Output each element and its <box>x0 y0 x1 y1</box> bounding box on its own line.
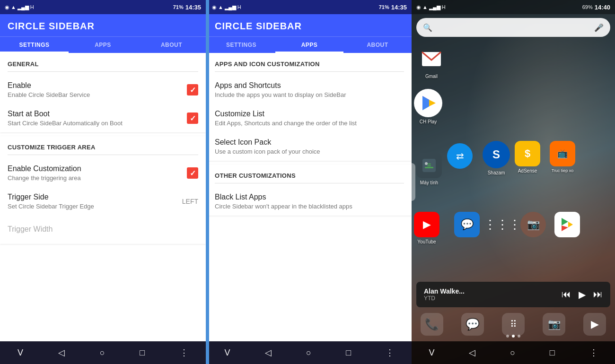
home-apps-area: Gmail CH Play = <box>412 42 615 307</box>
circle-sidebar-handle[interactable] <box>412 163 415 201</box>
dock-play[interactable]: ▶ <box>583 313 606 336</box>
enable-setting[interactable]: Enable Enable Circle SideBar Service <box>0 76 206 104</box>
dock-apps[interactable]: ⠿ <box>502 313 525 336</box>
enable-label: Enable <box>8 81 187 90</box>
chplay-app[interactable]: CH Play <box>414 89 442 124</box>
nav-home-1[interactable]: ○ <box>92 344 113 362</box>
tabs-1: SETTINGS APPS ABOUT <box>0 36 206 53</box>
enable-checkbox[interactable] <box>187 84 198 95</box>
music-controls: ⏮ ▶ ⏭ <box>562 289 603 300</box>
calculator-label: Máy tính <box>420 180 438 185</box>
prev-button[interactable]: ⏮ <box>562 289 571 300</box>
nav-voice-1[interactable]: V <box>10 344 31 362</box>
shazam-app[interactable]: S Shazam <box>483 141 510 175</box>
icon-pack-setting[interactable]: Select Icon Pack Use a custom icon pack … <box>207 132 412 161</box>
nav-back-2[interactable]: ◁ <box>257 344 279 362</box>
calculator-app[interactable]: = Máy tính <box>416 153 442 185</box>
icon-pack-text: Select Icon Pack Use a custom icon pack … <box>215 138 404 155</box>
nav-recent-2[interactable]: □ <box>338 344 359 362</box>
adsense-app[interactable]: $ AdSense <box>515 141 540 173</box>
enable-customization-checkbox[interactable] <box>187 167 198 179</box>
home-nav-voice[interactable]: V <box>421 344 442 362</box>
trigger-section: CUSTOMIZE TRIGGER AREA Enable Customizat… <box>0 136 206 244</box>
blacklist-apps-setting[interactable]: Black List Apps Circle Sidebar won't app… <box>207 187 412 216</box>
app-drawer[interactable]: ⋮⋮⋮ <box>490 212 515 237</box>
start-at-boot-checkbox[interactable] <box>187 113 198 124</box>
dock-camera[interactable]: 📷 <box>543 313 565 336</box>
start-at-boot-label: Start at Boot <box>8 110 187 118</box>
apps-shortcuts-text: Apps and Shortcuts Include the apps you … <box>215 81 404 98</box>
svg-marker-11 <box>568 222 573 227</box>
nav-home-2[interactable]: ○ <box>299 344 319 362</box>
trigger-side-text: Trigger Side Set Circle Sidebar Trigger … <box>8 193 182 210</box>
tab-apps-1[interactable]: APPS <box>69 37 137 53</box>
music-title: Alan Walke... <box>424 287 562 295</box>
search-icon: 🔍 <box>423 23 432 32</box>
nav-menu-2[interactable]: ⋮ <box>378 344 402 362</box>
apps-shortcuts-label: Apps and Shortcuts <box>215 81 404 90</box>
tructep-app[interactable]: 📺 Truc tiep xo <box>550 141 575 173</box>
start-at-boot-setting[interactable]: Start at Boot Start Circle SideBar Autom… <box>0 104 206 132</box>
panel-home: ◉ ▲ ▂▄▆ H 69% 14:40 🔍 🎤 Gmail <box>412 0 615 364</box>
divider-trigger <box>8 155 198 155</box>
playstore-app[interactable] <box>554 212 580 237</box>
customize-list-sublabel: Edit Apps, Shortcuts and change the orde… <box>215 120 404 127</box>
next-button[interactable]: ⏭ <box>593 289 603 300</box>
apps-shortcuts-sublabel: Include the apps you want to display on … <box>215 91 404 98</box>
nav-back-1[interactable]: ◁ <box>51 344 72 362</box>
enable-sublabel: Enable Circle SideBar Service <box>8 91 187 98</box>
camera-app[interactable]: 📷 <box>520 212 546 237</box>
tab-about-2[interactable]: ABOUT <box>343 37 412 53</box>
trigger-side-setting[interactable]: Trigger Side Set Circle Sidebar Trigger … <box>0 187 206 216</box>
enable-customization-label: Enable Customization <box>8 165 187 173</box>
enable-customization-sublabel: Change the triggering area <box>8 174 187 182</box>
status-bar-2: ◉ ▲ ▂▄▆ H 71% 14:35 <box>207 0 412 14</box>
trigger-side-sublabel: Set Circle Sidebar Trigger Edge <box>8 203 182 210</box>
home-search-bar[interactable]: 🔍 🎤 <box>416 18 610 37</box>
home-nav-home[interactable]: ○ <box>502 344 523 362</box>
svg-marker-12 <box>562 225 568 231</box>
blacklist-apps-label: Black List Apps <box>215 193 404 201</box>
music-info: Alan Walke... YTD <box>424 287 562 302</box>
apps-shortcuts-setting[interactable]: Apps and Shortcuts Include the apps you … <box>207 76 412 104</box>
mic-icon[interactable]: 🎤 <box>594 23 604 32</box>
tab-apps-2[interactable]: APPS <box>275 37 343 53</box>
icon-pack-label: Select Icon Pack <box>215 138 404 147</box>
status-icons-left-1: ◉ ▲ ▂▄▆ H <box>5 4 34 10</box>
apps-icon-header: APPS AND ICON CUSTOMIZATION <box>207 53 412 71</box>
start-at-boot-text: Start at Boot Start Circle SideBar Autom… <box>8 110 187 127</box>
dock-messages[interactable]: 💬 <box>461 313 484 336</box>
teamviewer-app[interactable]: ⇄ <box>447 143 473 171</box>
gmail-app[interactable]: Gmail <box>419 46 444 79</box>
youtube-app[interactable]: ▶ YouTube <box>414 212 439 244</box>
enable-customization-setting[interactable]: Enable Customization Change the triggeri… <box>0 159 206 187</box>
app-title-2: CIRCLE SIDEBAR <box>215 21 404 32</box>
play-button[interactable]: ▶ <box>579 289 586 300</box>
app-bar-2: CIRCLE SIDEBAR <box>207 14 412 36</box>
bottom-nav-1: V ◁ ○ □ ⋮ <box>0 341 206 364</box>
messages-app[interactable]: 💬 <box>454 212 480 237</box>
status-icons-right-2: 71% 14:35 <box>379 4 407 11</box>
tabs-2: SETTINGS APPS ABOUT <box>207 36 412 53</box>
nav-recent-1[interactable]: □ <box>132 344 152 362</box>
home-nav-menu[interactable]: ⋮ <box>582 344 606 362</box>
nav-menu-1[interactable]: ⋮ <box>172 344 196 362</box>
settings-content: GENERAL Enable Enable Circle SideBar Ser… <box>0 53 206 341</box>
panel-apps: ◉ ▲ ▂▄▆ H 71% 14:35 CIRCLE SIDEBAR SETTI… <box>206 0 412 364</box>
music-player: Alan Walke... YTD ⏮ ▶ ⏭ <box>416 282 610 307</box>
nav-voice-2[interactable]: V <box>217 344 238 362</box>
general-section: GENERAL Enable Enable Circle SideBar Ser… <box>0 53 206 132</box>
tab-settings-1[interactable]: SETTINGS <box>0 37 69 53</box>
home-nav-back[interactable]: ◁ <box>461 344 483 362</box>
svg-marker-10 <box>562 218 568 225</box>
status-icons-left-2: ◉ ▲ ▂▄▆ H <box>212 4 241 10</box>
customize-list-setting[interactable]: Customize List Edit Apps, Shortcuts and … <box>207 104 412 132</box>
other-customizations-header: OTHER CUSTOMIZATIONS <box>207 165 412 183</box>
home-nav-recent[interactable]: □ <box>542 344 562 362</box>
status-icons-right-1: 71% 14:35 <box>173 4 201 11</box>
trigger-width-setting[interactable]: Trigger Width <box>0 216 206 244</box>
dock-phone[interactable]: 📞 <box>421 313 443 336</box>
divider-other <box>215 183 404 183</box>
tab-settings-2[interactable]: SETTINGS <box>207 37 275 53</box>
tab-about-1[interactable]: ABOUT <box>137 37 206 53</box>
